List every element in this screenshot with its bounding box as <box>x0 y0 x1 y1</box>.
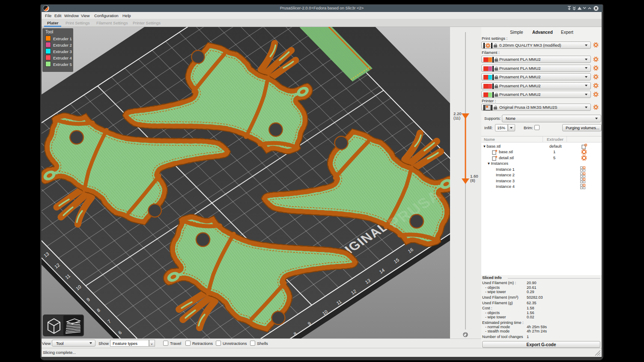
svg-text:(8): (8) <box>470 178 475 183</box>
svg-text:(11): (11) <box>453 116 460 120</box>
